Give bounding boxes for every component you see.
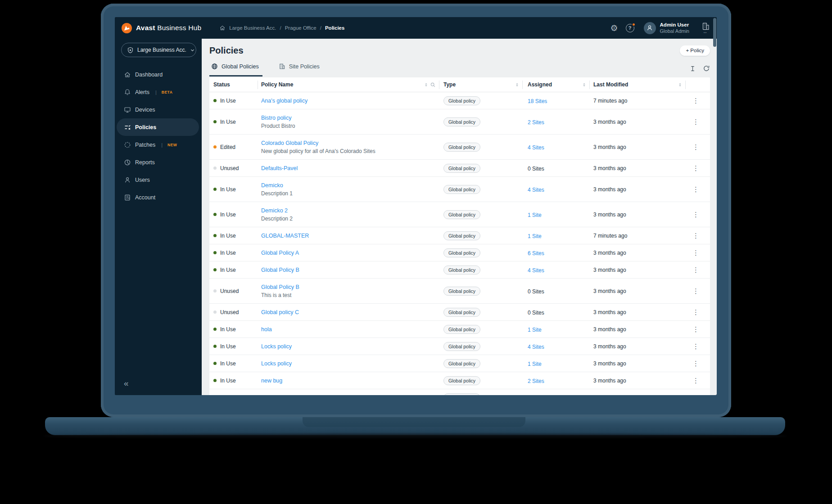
policy-name-link[interactable]: Locks policy [261, 343, 439, 350]
table-row[interactable]: Unused Global policy C Global policy 0 S… [209, 304, 710, 321]
table-row[interactable]: In Use Locks policy Global policy 4 Site… [209, 338, 710, 355]
policy-name-link[interactable]: Bistro policy [261, 115, 439, 121]
breadcrumb-item[interactable]: Large Business Acc. [229, 25, 276, 31]
policy-name-link[interactable]: New global defaults [261, 395, 439, 396]
settings-gear-icon[interactable]: ⚙ [610, 24, 618, 32]
policy-name-link[interactable]: Defaults-Pavel [261, 165, 439, 171]
kebab-menu-icon[interactable]: ⋮ [692, 232, 699, 239]
kebab-menu-icon[interactable]: ⋮ [692, 165, 699, 171]
table-row[interactable]: In Use Ana's global policy Global policy… [209, 92, 710, 109]
sort-icon[interactable] [678, 82, 682, 88]
policy-name-cell: Demicko Description 1 [258, 182, 439, 197]
kebab-menu-icon[interactable]: ⋮ [692, 211, 699, 218]
table-row[interactable]: In Use Demicko 2 Description 2 Global po… [209, 202, 710, 227]
tab-site-policies[interactable]: Site Policies [277, 63, 323, 76]
sidebar-item-alerts[interactable]: Alerts | BETA [117, 83, 199, 101]
policy-name-link[interactable]: Locks policy [261, 360, 439, 367]
table-row[interactable]: Unused Defaults-Pavel Global policy 0 Si… [209, 160, 710, 177]
assigned-sites-link[interactable]: 4 Sites [528, 344, 544, 350]
breadcrumb-item[interactable]: Prague Office [285, 25, 317, 31]
home-icon[interactable] [219, 25, 226, 31]
policy-name-link[interactable]: Ana's global policy [261, 98, 439, 104]
policy-description: This is a test [261, 292, 439, 298]
assigned-sites-link[interactable]: 1 Site [528, 233, 542, 239]
sidebar-collapse-icon[interactable]: « [124, 378, 129, 388]
table-row[interactable]: In Use new bug Global policy 2 Sites 3 m… [209, 372, 710, 389]
table-row[interactable]: In Use Bistro policy Product Bistro Glob… [209, 109, 710, 135]
assigned-sites-link[interactable]: 18 Sites [528, 98, 547, 104]
sidebar-item-dashboard[interactable]: Dashboard [117, 66, 199, 83]
add-policy-button[interactable]: + Policy [680, 45, 710, 56]
table-row[interactable]: In Use Locks policy Global policy 1 Site… [209, 355, 710, 372]
user-menu[interactable]: Admin User Global Admin [644, 22, 689, 34]
assigned-sites-link[interactable]: 5 Sites [528, 395, 544, 396]
company-switch-icon[interactable]: ↔ [701, 22, 710, 33]
column-header-policy-name[interactable]: Policy Name [258, 81, 439, 89]
brand-logo-block[interactable]: Avast Business Hub [122, 23, 201, 33]
sidebar-item-policies[interactable]: Policies [117, 118, 199, 136]
column-header-last-modified[interactable]: Last Modified [590, 81, 686, 89]
sidebar-item-users[interactable]: Users [117, 171, 199, 189]
assigned-sites-link[interactable]: 1 Site [528, 212, 542, 218]
assigned-sites-link[interactable]: 4 Sites [528, 267, 544, 274]
page-scrollbar[interactable] [713, 18, 716, 47]
assigned-sites-link[interactable]: 4 Sites [528, 144, 544, 151]
kebab-menu-icon[interactable]: ⋮ [692, 249, 699, 256]
table-row[interactable]: Edited Colorado Global Policy New global… [209, 135, 710, 160]
sort-icon[interactable] [515, 82, 519, 88]
policy-name-link[interactable]: Global Policy A [261, 250, 439, 256]
sidebar-item-account[interactable]: Account [117, 189, 199, 206]
policy-name-link[interactable]: Demicko 2 [261, 207, 439, 214]
search-icon[interactable] [430, 82, 436, 88]
fit-columns-icon[interactable] [689, 65, 696, 72]
tab-global-policies[interactable]: Global Policies [209, 63, 262, 76]
sort-icon[interactable] [424, 82, 428, 88]
kebab-menu-icon[interactable]: ⋮ [692, 377, 699, 384]
assigned-sites-link[interactable]: 2 Sites [528, 119, 544, 126]
column-header-type[interactable]: Type [439, 81, 523, 89]
policy-name-link[interactable]: hola [261, 326, 439, 333]
policy-name-link[interactable]: Global Policy B [261, 284, 439, 290]
kebab-menu-icon[interactable]: ⋮ [692, 186, 699, 193]
type-cell: Global policy [439, 287, 523, 296]
table-row[interactable]: In Use Demicko Description 1 Global poli… [209, 177, 710, 202]
assigned-sites-link[interactable]: 6 Sites [528, 250, 544, 256]
policy-name-link[interactable]: Colorado Global Policy [261, 140, 439, 146]
help-icon[interactable]: ? [626, 24, 634, 32]
kebab-menu-icon[interactable]: ⋮ [692, 360, 699, 367]
policy-name-link[interactable]: GLOBAL-MASTER [261, 233, 439, 239]
kebab-menu-icon[interactable]: ⋮ [692, 326, 699, 333]
sidebar-item-patches[interactable]: Patches | NEW [117, 136, 199, 153]
kebab-menu-icon[interactable]: ⋮ [692, 118, 699, 125]
kebab-menu-icon[interactable]: ⋮ [692, 144, 699, 150]
policy-name-link[interactable]: Demicko [261, 182, 439, 189]
kebab-menu-icon[interactable]: ⋮ [692, 309, 699, 315]
account-selector[interactable]: Large Business Acc. [121, 43, 196, 57]
kebab-menu-icon[interactable]: ⋮ [692, 266, 699, 273]
sidebar-item-reports[interactable]: Reports [117, 153, 199, 171]
table-row[interactable]: In Use GLOBAL-MASTER Global policy 1 Sit… [209, 227, 710, 244]
status-label: In Use [220, 212, 236, 218]
table-row[interactable]: In Use Global Policy B Global policy 4 S… [209, 261, 710, 279]
kebab-menu-icon[interactable]: ⋮ [692, 288, 699, 294]
assigned-sites-link[interactable]: 2 Sites [528, 378, 544, 384]
kebab-menu-icon[interactable]: ⋮ [692, 97, 699, 104]
policy-name-link[interactable]: Global policy C [261, 309, 439, 315]
column-header-status[interactable]: Status [209, 81, 258, 89]
assigned-sites-link[interactable]: 4 Sites [528, 187, 544, 193]
refresh-icon[interactable] [703, 65, 710, 72]
assigned-sites-link[interactable]: 1 Site [528, 361, 542, 367]
kebab-menu-icon[interactable]: ⋮ [692, 394, 699, 395]
policy-name-link[interactable]: Global Policy B [261, 267, 439, 273]
assigned-sites-link[interactable]: 1 Site [528, 327, 542, 333]
sort-icon[interactable] [582, 82, 586, 88]
sidebar-item-devices[interactable]: Devices [117, 101, 199, 118]
status-dot-icon [213, 310, 217, 314]
policy-name-link[interactable]: new bug [261, 378, 439, 384]
kebab-menu-icon[interactable]: ⋮ [692, 343, 699, 350]
column-header-assigned[interactable]: Assigned [523, 81, 590, 89]
table-row[interactable]: Unused Global Policy B This is a test Gl… [209, 279, 710, 304]
table-row[interactable]: In Use Global Policy A Global policy 6 S… [209, 244, 710, 261]
table-row[interactable]: In Use New global defaults Global policy… [209, 389, 710, 395]
table-row[interactable]: In Use hola Global policy 1 Site 3 month… [209, 321, 710, 338]
